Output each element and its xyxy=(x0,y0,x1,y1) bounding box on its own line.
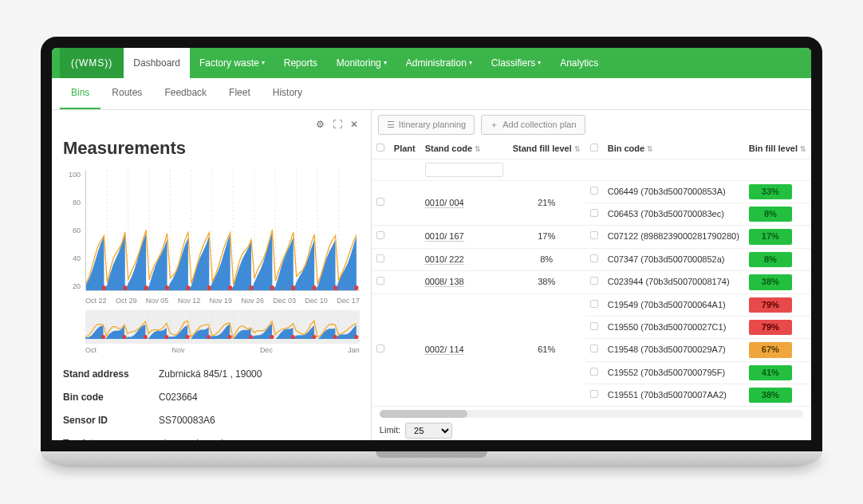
bin-code-cell: C19551 (70b3d50070007AA2) xyxy=(603,384,744,407)
nav-factory-waste[interactable]: Factory waste▾ xyxy=(190,48,274,78)
row-checkbox[interactable] xyxy=(376,277,384,285)
expand-icon[interactable]: ⛶ xyxy=(331,116,344,133)
nav-reports[interactable]: Reports xyxy=(274,48,327,78)
caret-down-icon: ▾ xyxy=(262,58,265,67)
svg-point-19 xyxy=(249,285,253,290)
col-bin-fill[interactable]: Bin fill level⇅ xyxy=(744,140,811,159)
select-all-checkbox[interactable] xyxy=(376,144,384,152)
caret-down-icon: ▾ xyxy=(384,58,387,67)
sub-nav: BinsRoutesFeedbackFleetHistory xyxy=(52,78,811,110)
svg-point-47 xyxy=(312,335,316,339)
stand-code-link[interactable]: 0010/ 004 xyxy=(425,198,464,208)
laptop-base xyxy=(41,451,822,467)
gear-icon[interactable]: ⚙ xyxy=(314,116,326,133)
svg-point-48 xyxy=(333,335,337,339)
table-row: 0010/ 16717%C07122 (8988239000281790280)… xyxy=(372,226,811,248)
panel-title: Measurements xyxy=(63,136,360,161)
stand-code-link[interactable]: 0008/ 138 xyxy=(425,277,464,287)
bin-code-cell: C19548 (70b3d500700029A7) xyxy=(603,339,744,361)
add-plan-button[interactable]: ＋ Add collection plan xyxy=(481,115,585,135)
tab-fleet[interactable]: Fleet xyxy=(218,78,262,109)
fill-badge: 41% xyxy=(749,365,792,380)
svg-point-41 xyxy=(186,335,190,339)
stand-code-filter[interactable] xyxy=(425,163,503,177)
col-bin-code[interactable]: Bin code⇅ xyxy=(603,140,744,159)
tab-feedback[interactable]: Feedback xyxy=(153,78,218,109)
col-stand-fill[interactable]: Stand fill level⇅ xyxy=(508,140,585,159)
table-panel: ☰ Itinerary planning ＋ Add collection pl… xyxy=(371,110,811,443)
laptop-frame: ((WMS)) DashboardFactory waste▾ReportsMo… xyxy=(41,37,822,467)
table-row: 0002/ 11461%C19549 (70b3d500700064A1)79% xyxy=(372,293,811,316)
bin-checkbox[interactable] xyxy=(590,231,598,239)
col-stand-code[interactable]: Stand code⇅ xyxy=(420,140,508,159)
tab-bins[interactable]: Bins xyxy=(60,78,100,109)
svg-point-13 xyxy=(123,285,127,290)
list-icon: ☰ xyxy=(387,119,395,131)
nav-administration[interactable]: Administration▾ xyxy=(396,48,482,78)
table-row: 0008/ 13838%C023944 (70b3d50070008174)38… xyxy=(372,271,811,293)
close-icon[interactable]: ✕ xyxy=(349,116,360,133)
row-checkbox[interactable] xyxy=(376,254,384,262)
fill-badge: 79% xyxy=(749,320,792,335)
stand-code-link[interactable]: 0002/ 114 xyxy=(425,345,464,355)
bin-code-cell: C06449 (70b3d5007000853A) xyxy=(603,180,744,203)
fill-badge: 8% xyxy=(749,252,792,267)
table-row: 0010/ 2228%C07347 (70b3d5007000852a)8% xyxy=(372,248,811,270)
nav-analytics[interactable]: Analytics xyxy=(550,48,608,78)
caret-down-icon: ▾ xyxy=(469,58,472,67)
svg-point-17 xyxy=(207,285,211,290)
bin-checkbox[interactable] xyxy=(590,254,598,262)
itinerary-button[interactable]: ☰ Itinerary planning xyxy=(378,115,475,135)
stand-code-link[interactable]: 0010/ 222 xyxy=(425,254,464,265)
svg-point-18 xyxy=(228,285,232,290)
svg-point-44 xyxy=(249,335,253,339)
select-all-bins-checkbox[interactable] xyxy=(590,144,598,152)
bin-checkbox[interactable] xyxy=(590,368,598,376)
svg-point-37 xyxy=(101,335,105,339)
horizontal-scrollbar[interactable] xyxy=(380,410,803,418)
bin-checkbox[interactable] xyxy=(590,345,598,352)
row-checkbox[interactable] xyxy=(376,198,384,206)
stand-code-link[interactable]: 0010/ 167 xyxy=(425,231,464,242)
bin-code-cell: C06453 (70b3d500700083ec) xyxy=(603,203,744,225)
fill-badge: 38% xyxy=(749,388,792,403)
bin-code-cell: C07347 (70b3d5007000852a) xyxy=(603,248,744,270)
measurements-panel: ⚙ ⛶ ✕ Measurements 10080604020 Oct 22Oct… xyxy=(52,110,371,443)
svg-point-46 xyxy=(291,335,295,339)
bin-checkbox[interactable] xyxy=(590,277,598,285)
svg-point-38 xyxy=(122,335,126,339)
row-checkbox[interactable] xyxy=(376,231,384,239)
table-row: 0010/ 00421%C06449 (70b3d5007000853A)33% xyxy=(372,180,811,203)
nav-monitoring[interactable]: Monitoring▾ xyxy=(327,48,396,78)
plus-icon: ＋ xyxy=(490,119,498,131)
top-nav: ((WMS)) DashboardFactory waste▾ReportsMo… xyxy=(52,48,811,78)
nav-dashboard[interactable]: Dashboard xyxy=(124,48,190,78)
svg-point-22 xyxy=(313,285,317,290)
svg-point-16 xyxy=(186,285,190,290)
fill-badge: 38% xyxy=(749,274,792,289)
svg-point-15 xyxy=(165,285,169,290)
limit-select[interactable]: 25 xyxy=(405,423,452,439)
tab-routes[interactable]: Routes xyxy=(100,78,153,109)
svg-point-39 xyxy=(144,335,148,339)
bin-code-cell: C19549 (70b3d500700064A1) xyxy=(603,293,744,316)
nav-classifiers[interactable]: Classifiers▾ xyxy=(482,48,550,78)
logo: ((WMS)) xyxy=(60,48,124,78)
bin-checkbox[interactable] xyxy=(590,209,598,217)
bins-table: Plant Stand code⇅ Stand fill level⇅ Bin … xyxy=(372,140,811,410)
caret-down-icon: ▾ xyxy=(538,58,541,67)
bin-code-cell: C19550 (70b3d500700027C1) xyxy=(603,316,744,338)
bin-checkbox[interactable] xyxy=(590,390,598,398)
svg-point-14 xyxy=(144,285,148,290)
bin-checkbox[interactable] xyxy=(590,300,598,308)
bin-checkbox[interactable] xyxy=(590,322,598,330)
svg-point-20 xyxy=(270,285,274,290)
svg-point-43 xyxy=(228,335,232,339)
fill-badge: 79% xyxy=(749,297,792,313)
row-checkbox[interactable] xyxy=(376,345,384,352)
overview-chart[interactable]: OctNovDecJan xyxy=(63,310,360,355)
col-plant[interactable]: Plant xyxy=(389,140,420,159)
bin-checkbox[interactable] xyxy=(590,187,598,195)
tab-history[interactable]: History xyxy=(262,78,313,109)
main-chart[interactable]: 10080604020 Oct 22Oct 29Nov 05Nov 12Nov … xyxy=(63,170,360,305)
